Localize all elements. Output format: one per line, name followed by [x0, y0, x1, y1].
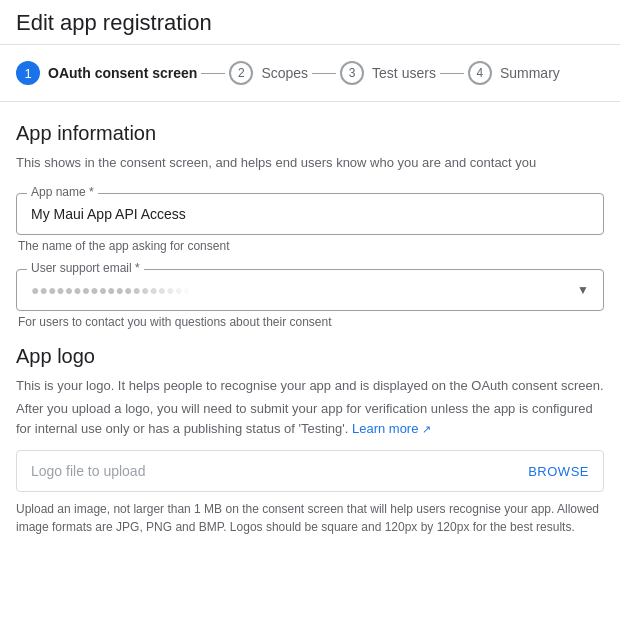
app-logo-desc2-text: After you upload a logo, you will need t… [16, 401, 593, 436]
upload-hint: Upload an image, not larger than 1 MB on… [16, 500, 604, 536]
user-support-email-select[interactable]: ●●●●●●●●●●●●●●●●●●● ▼ [17, 270, 603, 310]
app-name-field-wrapper: App name * [16, 193, 604, 235]
logo-upload-box: Logo file to upload BROWSE [16, 450, 604, 492]
user-support-email-hint: For users to contact you with questions … [16, 315, 604, 329]
step-1-label: OAuth consent screen [48, 65, 197, 81]
step-divider-2 [312, 73, 336, 74]
user-support-email-wrapper[interactable]: User support email * ●●●●●●●●●●●●●●●●●●●… [16, 269, 604, 311]
step-2-circle: 2 [229, 61, 253, 85]
stepper: 1 OAuth consent screen 2 Scopes 3 Test u… [0, 45, 620, 102]
app-logo-section: App logo This is your logo. It helps peo… [16, 345, 604, 537]
learn-more-text: Learn more [352, 421, 418, 436]
app-information-title: App information [16, 122, 604, 145]
user-support-email-label: User support email * [27, 261, 144, 275]
step-1[interactable]: 1 OAuth consent screen [16, 61, 197, 85]
step-4-label: Summary [500, 65, 560, 81]
step-divider-1 [201, 73, 225, 74]
app-logo-desc2: After you upload a logo, you will need t… [16, 399, 604, 438]
dropdown-arrow-icon: ▼ [577, 283, 589, 297]
main-content: App information This shows in the consen… [0, 102, 620, 556]
step-3-label: Test users [372, 65, 436, 81]
learn-more-link[interactable]: Learn more ↗ [352, 421, 431, 436]
app-name-input[interactable] [17, 194, 603, 234]
user-support-email-value: ●●●●●●●●●●●●●●●●●●● [31, 282, 192, 298]
step-3[interactable]: 3 Test users [340, 61, 436, 85]
step-4[interactable]: 4 Summary [468, 61, 560, 85]
step-1-circle: 1 [16, 61, 40, 85]
app-information-section: App information This shows in the consen… [16, 122, 604, 329]
step-divider-3 [440, 73, 464, 74]
app-logo-desc1: This is your logo. It helps people to re… [16, 376, 604, 396]
logo-upload-label: Logo file to upload [31, 463, 145, 479]
step-3-circle: 3 [340, 61, 364, 85]
page-title: Edit app registration [16, 10, 604, 36]
step-2-label: Scopes [261, 65, 308, 81]
app-logo-title: App logo [16, 345, 604, 368]
header: Edit app registration [0, 0, 620, 45]
browse-button[interactable]: BROWSE [528, 464, 589, 479]
external-link-icon: ↗ [422, 423, 431, 435]
app-name-label: App name * [27, 185, 98, 199]
step-4-circle: 4 [468, 61, 492, 85]
app-information-desc: This shows in the consent screen, and he… [16, 153, 604, 173]
app-name-hint: The name of the app asking for consent [16, 239, 604, 253]
step-2[interactable]: 2 Scopes [229, 61, 308, 85]
